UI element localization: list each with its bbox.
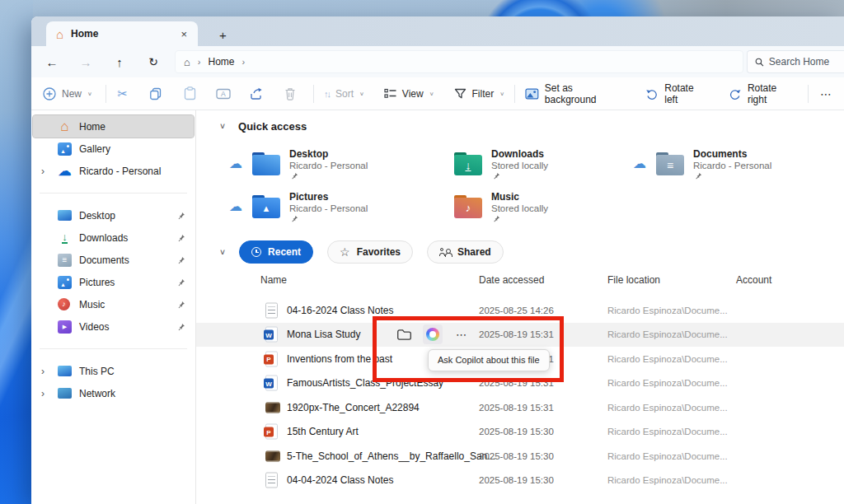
quick-access-card[interactable]: Music Stored locally — [431, 186, 633, 227]
card-name: Music — [491, 191, 548, 203]
collapse-chevron-icon[interactable]: ∨ — [219, 247, 226, 256]
pin-icon — [177, 301, 185, 309]
pin-icon — [177, 234, 185, 242]
pin-icon — [177, 323, 185, 331]
rotate-left-button[interactable]: Rotate left — [635, 82, 719, 105]
sidebar-item-label: Gallery — [79, 143, 110, 155]
sidebar-item-icon — [58, 142, 72, 156]
sidebar-item-icon — [58, 320, 72, 334]
tab-strip: ⌂ Home × + — [31, 16, 844, 46]
quick-access-card[interactable]: ☁ Documents Ricardo - Personal — [633, 143, 835, 184]
delete-button — [280, 87, 300, 100]
folder-icon — [252, 195, 280, 218]
chevron-slot: › — [41, 166, 58, 177]
svg-text:A: A — [221, 90, 226, 98]
new-button[interactable]: New ∨ — [43, 87, 92, 100]
copilot-tooltip: Ask Copilot about this file — [428, 349, 550, 371]
file-type-icon — [265, 424, 278, 440]
sidebar-item[interactable]: › Network — [33, 382, 194, 404]
file-type-icon — [265, 402, 280, 413]
pill-icon — [251, 247, 261, 257]
sidebar-item[interactable]: Desktop — [33, 204, 194, 226]
collapse-chevron-icon[interactable]: ∨ — [219, 122, 226, 131]
quick-access-card[interactable]: Downloads Stored locally — [431, 143, 633, 184]
sidebar-item[interactable]: Downloads — [33, 226, 194, 249]
view-icon — [384, 88, 396, 99]
filter-pill[interactable]: Recent — [239, 240, 313, 264]
column-header-account[interactable]: Account — [736, 274, 771, 286]
file-row[interactable]: 1920px-The_Concert_A22894 2025-08-19 15:… — [196, 395, 844, 420]
rename-button[interactable]: A — [213, 88, 233, 100]
sort-dropdown: ↑↓ Sort ∨ — [314, 88, 374, 100]
file-location: Ricardo Espinoza\Docume... — [607, 427, 728, 436]
file-location: Ricardo Espinoza\Docume... — [607, 403, 728, 413]
filter-dropdown[interactable]: Filter ∨ — [444, 88, 515, 100]
filter-pill[interactable]: Shared — [427, 240, 504, 264]
search-input[interactable] — [769, 56, 837, 68]
file-location: Ricardo Espinoza\Docume... — [607, 378, 728, 388]
sidebar-item[interactable]: › This PC — [33, 360, 194, 382]
file-name[interactable]: 15th Century Art — [287, 426, 359, 437]
sidebar-item-icon — [58, 231, 72, 245]
file-name[interactable]: 04-04-2024 Class Notes — [287, 474, 393, 486]
file-name[interactable]: 5-The_School_of_Athens__by_Raffaello_San… — [287, 450, 495, 462]
rename-icon: A — [216, 88, 231, 100]
expand-chevron-icon[interactable]: › — [41, 388, 45, 399]
sidebar-item[interactable]: Pictures — [33, 271, 194, 293]
sidebar-item-icon — [58, 210, 72, 221]
quick-access-card[interactable]: ☁ Pictures Ricardo - Personal — [229, 186, 431, 227]
cloud-slot: ☁ — [229, 199, 252, 214]
recent-section-header: ∨ Recent ☆ Favorites — [219, 240, 518, 264]
sidebar-item[interactable]: Home — [33, 115, 194, 138]
tab-close-icon[interactable]: × — [178, 28, 190, 40]
file-name[interactable]: Mona Lisa Study — [287, 329, 360, 340]
expand-chevron-icon[interactable]: › — [41, 166, 45, 177]
sidebar-item[interactable]: › Ricardo - Personal — [33, 160, 194, 182]
desktop-wallpaper-left — [0, 0, 33, 504]
sidebar-item-label: Videos — [79, 321, 109, 333]
sidebar: Home Gallery › Ricardo - Personal — [31, 110, 196, 504]
paste-button[interactable] — [180, 86, 199, 100]
file-row[interactable]: 5-The_School_of_Athens__by_Raffaello_San… — [196, 444, 844, 469]
column-header-name[interactable]: Name — [260, 274, 287, 286]
search-box[interactable] — [747, 50, 844, 73]
file-location: Ricardo Espinoza\Docume... — [607, 329, 728, 339]
copy-button[interactable] — [147, 87, 166, 100]
breadcrumb-home-icon[interactable]: ⌂ — [184, 56, 190, 68]
file-name[interactable]: 04-16-2024 Class Notes — [287, 305, 393, 316]
sidebar-item[interactable]: Videos — [33, 315, 194, 338]
expand-chevron-icon[interactable]: › — [41, 366, 45, 377]
breadcrumb[interactable]: ⌂ › Home › — [175, 50, 743, 73]
quick-access-card[interactable]: ☁ Desktop Ricardo - Personal — [229, 143, 431, 184]
chevron-slot: › — [41, 366, 58, 377]
sidebar-divider — [40, 193, 187, 194]
clipboard-icon — [184, 86, 196, 100]
tab-home[interactable]: ⌂ Home × — [46, 21, 198, 46]
column-header-location[interactable]: File location — [607, 274, 660, 286]
refresh-button[interactable]: ↻ — [141, 55, 166, 68]
chevron-down-icon: ∨ — [359, 91, 364, 96]
cut-button[interactable]: ✂ — [113, 86, 133, 101]
pin-icon — [493, 215, 548, 222]
sidebar-item[interactable]: Music — [33, 293, 194, 315]
share-button[interactable] — [247, 87, 267, 100]
set-as-background-button[interactable]: Set as background — [515, 82, 635, 105]
toolbar-more-button[interactable]: ⋯ — [809, 87, 844, 100]
view-dropdown[interactable]: View ∨ — [374, 88, 444, 100]
sidebar-item[interactable]: Gallery — [33, 138, 194, 160]
breadcrumb-item-home[interactable]: Home — [209, 56, 235, 68]
file-row[interactable]: 15th Century Art 2025-08-19 15:30 Ricard… — [196, 420, 844, 445]
filter-pill[interactable]: ☆ Favorites — [327, 240, 413, 264]
column-header-date[interactable]: Date accessed — [479, 274, 544, 286]
file-row[interactable]: 04-04-2024 Class Notes 2025-08-19 15:30 … — [196, 469, 844, 493]
rotate-right-button[interactable]: Rotate right — [719, 82, 808, 105]
pill-label: Favorites — [357, 246, 401, 258]
back-button[interactable]: ← — [40, 55, 64, 69]
sidebar-item[interactable]: Documents — [33, 249, 194, 271]
scissors-icon: ✂ — [117, 86, 128, 101]
copy-icon — [149, 87, 162, 100]
sidebar-item-icon — [58, 120, 72, 133]
up-button[interactable]: ↑ — [107, 55, 132, 69]
new-tab-button[interactable]: + — [219, 29, 227, 41]
file-name[interactable]: 1920px-The_Concert_A22894 — [287, 402, 420, 413]
